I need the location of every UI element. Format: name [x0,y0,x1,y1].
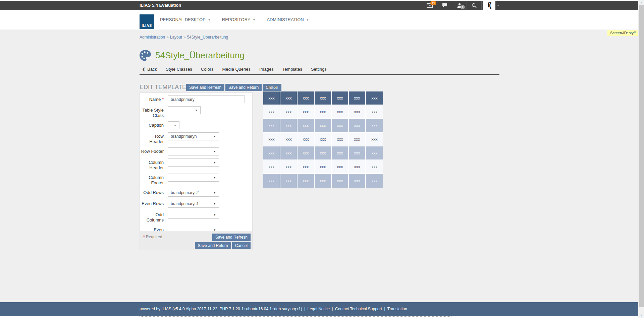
profile-menu-button[interactable]: f( ▼ [481,1,501,10]
save-and-refresh-button-bottom[interactable]: Save and Refresh [212,234,251,241]
save-and-refresh-button[interactable]: Save and Refresh [186,84,224,91]
preview-row-even: xxxxxxxxxxxxxxxxxxxxx [263,133,383,146]
footer-link-translation[interactable]: Translation [387,307,407,311]
tab-images[interactable]: Images [255,67,278,72]
palette-icon [139,49,151,62]
breadcrumb-link-54style-berarbeitung[interactable]: 54Style_Überarbeitung [187,35,228,40]
preview-cell: xxx [315,160,332,174]
vertical-scrollbar[interactable]: ▲ ▼ [638,0,644,318]
form-row-odd-columns: Odd Columns▼ [140,211,252,223]
preview-cell: xxx [263,133,280,146]
mail-button[interactable]: 11 [422,1,437,10]
preview-table: xxxxxxxxxxxxxxxxxxxxxxxxxxxxxxxxxxxxxxxx… [263,91,383,188]
preview-row-even: xxxxxxxxxxxxxxxxxxxxx [263,105,383,119]
footer-link-contact-technical-support[interactable]: Contact Technical Support [335,307,382,311]
breadcrumb: Administration»Layout»54Style_Überarbeit… [140,35,228,40]
chevron-down-icon: ▼ [213,135,216,138]
ilias-logo[interactable]: ILIAS [140,14,154,29]
preview-table-wrap: xxxxxxxxxxxxxxxxxxxxxxxxxxxxxxxxxxxxxxxx… [263,91,383,188]
form-header: EDIT TEMPLATE Save and Refresh Save and … [140,84,253,91]
preview-cell: xxx [263,174,280,188]
field-select-even-columns[interactable]: ▼ [168,226,219,231]
preview-row-odd: xxxxxxxxxxxxxxxxxxxxx [263,146,383,160]
field-input-name[interactable] [168,96,245,103]
search-button[interactable] [467,1,481,10]
preview-caption: Caption [264,84,279,89]
field-label-text: Column Footer [149,175,164,185]
chat-button[interactable] [437,1,452,10]
field-label-row-footer: Row Footer [140,147,168,155]
form-row-even-columns: Even Columns▼ [140,226,252,231]
nav-item-label: ADMINISTRATION [267,17,304,22]
form-row-name: Name * [140,96,252,103]
field-select-column-header[interactable]: ▼ [168,158,219,167]
preview-row-header: xxxxxxxxxxxxxxxxxxxxx [263,91,383,105]
breadcrumb-link-layout[interactable]: Layout [170,35,182,40]
chat-icon [442,3,447,8]
page-title-block: 54Style_Überarbeitung [139,49,245,62]
mail-count-badge: 11 [430,1,436,5]
tab-back[interactable]: ❮ Back [140,67,161,72]
save-and-return-button-bottom[interactable]: Save and Return [195,242,231,249]
preview-cell: xxx [332,105,349,119]
field-select-row-header[interactable]: brandprimaryh▼ [168,132,219,140]
breadcrumb-link-administration[interactable]: Administration [140,35,165,40]
preview-cell: xxx [298,133,315,146]
tab-templates[interactable]: Templates [278,67,307,72]
footer-link-legal-notice[interactable]: Legal Notice [307,307,330,311]
chevron-left-icon: ❮ [142,67,145,71]
field-label-odd-columns: Odd Columns [140,211,168,223]
preview-cell: xxx [280,133,298,146]
tab-colors[interactable]: Colors [197,67,218,72]
footer-separator: | [330,307,335,311]
field-label-text: Odd Rows [143,190,164,195]
field-select-caption[interactable]: ▼ [168,121,179,129]
nav-item-administration[interactable]: ADMINISTRATION▼ [267,17,309,22]
tab-media-queries[interactable]: Media Queries [218,67,255,72]
field-select-row-footer[interactable]: ▼ [168,147,219,155]
field-label-text: Even Columns [147,227,164,231]
preview-cell: xxx [332,133,349,146]
preview-cell: xxx [315,146,332,160]
form-row-even-rows: Even Rowsbrandprimaryc1▼ [140,200,252,208]
scroll-up-icon[interactable]: ▲ [638,0,644,5]
tab-style-classes[interactable]: Style Classes [161,67,197,72]
cancel-button-bottom[interactable]: Cancel [232,242,251,249]
field-select-even-rows[interactable]: brandprimaryc1▼ [168,200,219,208]
tab-list: Style ClassesColorsMedia QueriesImagesTe… [161,67,331,72]
preview-cell: xxx [315,91,332,105]
edit-template-form: Name *Table Style Class▼Caption▼Row Head… [140,92,253,231]
field-label-even-rows: Even Rows [140,200,168,208]
save-and-return-button[interactable]: Save and Return [225,84,262,91]
field-select-odd-columns[interactable]: ▼ [168,211,219,219]
tab-settings[interactable]: Settings [307,67,331,72]
chevron-down-icon: ▼ [253,18,256,21]
topbar: ILIAS 5.4 Evaluation 11 2 f( ▼ [0,1,638,10]
field-label-text: Odd Columns [147,212,164,222]
scrollbar-thumb[interactable] [639,5,644,307]
field-label-table-style-class: Table Style Class [140,106,168,118]
field-select-column-footer[interactable]: ▼ [168,174,219,182]
form-row-column-header: Column Header▼ [140,158,252,171]
field-select-table-style-class[interactable]: ▼ [168,106,201,114]
user-button[interactable]: 2 [452,1,467,10]
breadcrumb-separator: » [182,35,187,40]
chevron-down-icon: ▼ [213,202,216,205]
nav-item-personal-desktop[interactable]: PERSONAL DESKTOP▼ [160,17,211,22]
preview-cell: xxx [366,146,383,160]
footer-bar: powered by ILIAS (v5.4.0 Alpha 2017-11-2… [0,302,638,316]
select-value: brandprimaryh [171,134,197,139]
required-note-label: Required [146,235,162,239]
nav-item-repository[interactable]: REPOSITORY▼ [222,17,256,22]
breadcrumb-separator: » [165,35,170,40]
field-label-row-header: Row Header [140,132,168,144]
screen-id-badge: Screen-ID: sty// [607,30,638,36]
scroll-down-icon[interactable]: ▼ [638,313,644,318]
footer-links: | Legal Notice | Contact Technical Suppo… [302,307,407,311]
preview-cell: xxx [349,105,366,119]
field-select-odd-rows[interactable]: brandprimaryc2▼ [168,189,219,197]
field-label-text: Row Header [149,134,164,144]
preview-row-even: xxxxxxxxxxxxxxxxxxxxx [263,160,383,174]
search-icon [472,3,477,8]
field-label-caption: Caption [140,121,168,129]
